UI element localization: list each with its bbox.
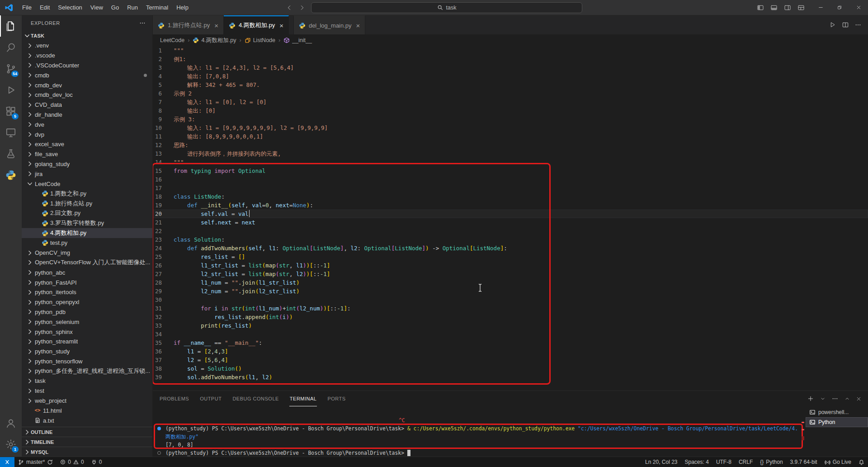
tree-item[interactable]: python_abc — [22, 267, 152, 277]
code-line[interactable]: 15from typing import Optional — [153, 167, 868, 175]
tree-item[interactable]: 4.两数相加.py — [22, 228, 152, 238]
maximize-button[interactable] — [830, 0, 849, 15]
tree-item[interactable]: python_tensorflow — [22, 357, 152, 367]
code-line[interactable]: 35if __name__ == "__main__": — [153, 338, 868, 347]
code-line[interactable]: 22 — [153, 227, 868, 235]
line-number[interactable]: 26 — [153, 261, 174, 270]
line-number[interactable]: 39 — [153, 373, 174, 381]
line-number[interactable]: 11 — [153, 132, 174, 141]
chevron-up-icon[interactable] — [844, 396, 850, 402]
line-number[interactable]: 10 — [153, 124, 174, 132]
tree-item[interactable]: OpenCV_img — [22, 248, 152, 258]
code-line[interactable]: 32 res_list.append(int(i)) — [153, 313, 868, 321]
sidebar-section-timeline[interactable]: TIMELINE — [22, 437, 152, 447]
code-line[interactable]: 16 — [153, 175, 868, 184]
tree-item[interactable]: 3.罗马数字转整数.py — [22, 218, 152, 228]
toggle-secondary-sidebar-icon[interactable] — [784, 4, 791, 11]
line-number[interactable]: 23 — [153, 235, 174, 244]
tree-item[interactable]: python_selenium — [22, 317, 152, 327]
line-number[interactable]: 3 — [153, 63, 174, 72]
activity-item-testing[interactable] — [0, 143, 22, 164]
code-editor[interactable]: 1"""2例1:3 输入: l1 = [2,4,3], l2 = [5,6,4]… — [153, 46, 868, 391]
panel-tab-ports[interactable]: PORTS — [327, 391, 346, 406]
code-line[interactable]: 19 def __init__(self, val=0, next=None): — [153, 201, 868, 210]
code-line[interactable]: 7 输入: l1 = [0], l2 = [0] — [153, 98, 868, 106]
explorer-more-actions-icon[interactable] — [139, 19, 146, 27]
tree-item[interactable]: 1.两数之和.py — [22, 189, 152, 199]
terminal-instance[interactable]: Python — [806, 417, 868, 427]
code-line[interactable]: 37 l2 = [5,6,4] — [153, 356, 868, 364]
code-line[interactable]: 18class ListNode: — [153, 192, 868, 201]
line-number[interactable]: 8 — [153, 106, 174, 115]
customize-layout-icon[interactable] — [797, 4, 805, 11]
line-number[interactable]: 2 — [153, 55, 174, 63]
panel-tab-debug-console[interactable]: DEBUG CONSOLE — [232, 391, 279, 406]
code-line[interactable]: 3 输入: l1 = [2,4,3], l2 = [5,6,4] — [153, 63, 868, 72]
activity-item-settings[interactable]: 1 — [0, 434, 22, 455]
line-number[interactable]: 19 — [153, 201, 174, 210]
code-line[interactable]: 4 输出: [7,0,8] — [153, 72, 868, 81]
activity-item-remote-explorer[interactable] — [0, 122, 22, 143]
line-number[interactable]: 17 — [153, 184, 174, 192]
code-line[interactable]: 21 self.next = next — [153, 218, 868, 227]
tree-item[interactable]: python_FastAPI — [22, 277, 152, 287]
line-number[interactable]: 13 — [153, 149, 174, 158]
tree-item[interactable]: 1.旅行终点站.py — [22, 199, 152, 209]
line-number[interactable]: 37 — [153, 356, 174, 364]
line-number[interactable]: 25 — [153, 253, 174, 261]
activity-item-extensions[interactable]: 5 — [0, 100, 22, 122]
code-line[interactable]: 13 进行列表倒序，并拼接列表内的元素, — [153, 149, 868, 158]
panel-tab-terminal[interactable]: TERMINAL — [289, 391, 317, 406]
tree-item[interactable]: test.py — [22, 238, 152, 248]
code-line[interactable]: 5 解释: 342 + 465 = 807. — [153, 81, 868, 89]
tree-item[interactable]: .vscode — [22, 51, 152, 61]
breadcrumb-item[interactable]: __init__ — [283, 37, 312, 43]
code-line[interactable]: 25 res_list = [] — [153, 253, 868, 261]
sidebar-section-mysql[interactable]: MYSQL — [22, 447, 152, 457]
close-button[interactable] — [849, 0, 868, 15]
tree-item[interactable]: a.txt — [22, 415, 152, 425]
code-line[interactable]: 31 for i in str(int(l1_num)+int(l2_num))… — [153, 304, 868, 313]
toggle-primary-sidebar-icon[interactable] — [757, 4, 764, 11]
panel-tab-problems[interactable]: PROBLEMS — [159, 391, 189, 406]
toggle-panel-icon[interactable] — [770, 4, 778, 11]
split-icon[interactable] — [842, 21, 849, 29]
breadcrumb-item[interactable]: 4.两数相加.py — [193, 37, 236, 44]
command-decoration-circle[interactable] — [157, 451, 161, 455]
git-branch-status[interactable]: master* — [14, 457, 57, 467]
terminal-instance[interactable]: powershell... — [806, 407, 868, 417]
menu-item-go[interactable]: Go — [107, 4, 123, 11]
line-number[interactable]: 35 — [153, 338, 174, 347]
chevron-down-icon[interactable] — [820, 396, 826, 402]
code-line[interactable]: 14""" — [153, 158, 868, 167]
play-icon[interactable] — [829, 21, 836, 29]
nav-back-icon[interactable] — [286, 4, 293, 11]
tree-item[interactable]: 2.回文数.py — [22, 209, 152, 219]
tree-item[interactable]: jira — [22, 169, 152, 179]
menu-item-run[interactable]: Run — [123, 4, 142, 11]
tree-item[interactable]: LeetCode — [22, 179, 152, 189]
tree-item[interactable]: web_project — [22, 396, 152, 406]
activity-item-run-and-debug[interactable] — [0, 79, 22, 100]
line-number[interactable]: 1 — [153, 46, 174, 55]
editor-tab[interactable]: 4.两数相加.py× — [224, 15, 289, 34]
code-line[interactable]: 6示例 2 — [153, 89, 868, 98]
code-line[interactable]: 26 l1_str_list = list(map(str, l1))[::-1… — [153, 261, 868, 270]
eol-status[interactable]: CRLF — [735, 457, 756, 467]
panel-tab-output[interactable]: OUTPUT — [199, 391, 222, 406]
line-number[interactable]: 16 — [153, 175, 174, 184]
command-center-search[interactable]: task — [311, 2, 582, 13]
more-icon[interactable] — [831, 395, 839, 402]
sidebar-section-outline[interactable]: OUTLINE — [22, 427, 152, 437]
ports-status[interactable]: 0 — [88, 457, 106, 467]
notifications-bell[interactable] — [855, 457, 868, 467]
line-number[interactable]: 7 — [153, 98, 174, 106]
minimize-button[interactable] — [811, 0, 830, 15]
code-line[interactable]: 28 l1_num = "".join(l1_str_list) — [153, 278, 868, 287]
tree-item[interactable]: golang_study — [22, 159, 152, 169]
encoding-status[interactable]: UTF-8 — [712, 457, 735, 467]
code-line[interactable]: 1""" — [153, 46, 868, 55]
code-line[interactable]: 27 l2_str_list = list(map(str, l2))[::-1… — [153, 270, 868, 278]
code-line[interactable]: 34 — [153, 330, 868, 338]
line-number[interactable]: 15 — [153, 167, 174, 175]
